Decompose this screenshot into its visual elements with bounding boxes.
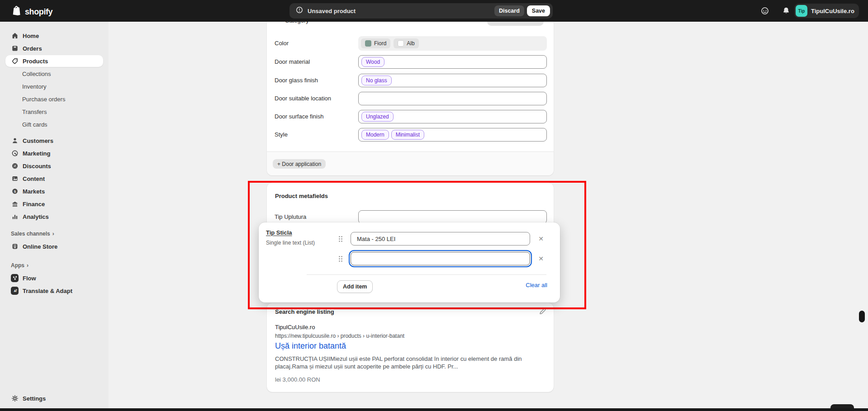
scrollbar-thumb[interactable] [859,311,865,322]
sidebar-section-apps[interactable]: Apps › [11,262,28,269]
discounts-icon [11,162,19,170]
finance-bank-icon [11,200,19,208]
sidebar-item-marketing[interactable]: Marketing [5,147,103,159]
door-suitable-location-input[interactable] [358,92,547,105]
banner-text: Unsaved product [308,8,356,14]
alert-icon [296,6,303,15]
field-label-door-material: Door material [275,55,310,69]
store-account-menu[interactable]: Tip TipulCuUsile.ro [794,4,859,18]
tag-chip[interactable]: No glass [361,76,392,85]
sidebar-item-inventory[interactable]: Inventory [5,80,103,92]
unsaved-product-banner: Unsaved product Discard Save [289,3,553,19]
color-field[interactable]: Fiord Alb [358,36,547,51]
shopify-logo-text: shopify [25,7,52,17]
assistant-chat-icon[interactable] [761,7,769,15]
orders-icon [11,45,19,52]
swatch-fiord [365,40,371,47]
clipped-top-button[interactable] [487,22,544,26]
markets-icon: $ [11,188,19,195]
sidebar-item-home[interactable]: Home [5,30,103,42]
sidebar-item-settings[interactable]: Settings [5,392,103,404]
door-material-input[interactable]: Wood [358,55,547,69]
swatch-alb [398,40,404,47]
sidebar-item-orders[interactable]: Orders [5,43,103,54]
door-surface-finish-input[interactable]: Unglazed [358,110,547,123]
search-engine-listing-card: Search engine listing TipulCuUsile.ro ht… [267,303,554,392]
sidebar-nav: Home Orders Products Collections Invento… [0,22,109,408]
add-item-button[interactable]: Add item [337,280,373,293]
top-bar: shopify Unsaved product Discard Save Tip… [0,0,868,22]
svg-text:A: A [14,289,16,293]
analytics-bars-icon [11,213,19,221]
style-input[interactable]: Modern Minimalist [358,128,547,142]
settings-gear-icon [11,395,19,402]
metafield-list-popup: Tip Sticla Single line text (List) ✕ ✕ A… [259,222,560,302]
color-chip-fiord[interactable]: Fiord [361,38,390,48]
save-button[interactable]: Save [527,5,550,16]
card-footer: + Door application [267,152,554,175]
product-attributes-card: Category Color Fiord Alb Door material W… [267,22,554,175]
tag-chip[interactable]: Minimalist [391,130,424,140]
seo-price: lei 3,000.00 RON [275,376,320,383]
sidebar-item-purchase-orders[interactable]: Purchase orders [5,93,103,105]
popup-divider [307,274,546,275]
sidebar-item-markets[interactable]: $ Markets [5,185,103,197]
add-door-application-button[interactable]: + Door application [273,159,326,169]
clear-all-link[interactable]: Clear all [526,282,547,288]
sidebar-item-flow[interactable]: Flow [5,272,103,284]
svg-text:$: $ [14,189,16,194]
marketing-icon [11,150,19,157]
tag-chip[interactable]: Modern [361,130,389,140]
field-label-door-suitable-location: Door suitable location [275,92,331,105]
sidebar-item-translate-adapt[interactable]: A Translate & Adapt [5,285,103,297]
products-tag-icon [11,57,19,65]
drag-handle-icon[interactable] [338,255,343,262]
metafield-definition-link[interactable]: Tip Sticla [266,229,292,236]
store-name: TipulCuUsile.ro [811,8,854,14]
remove-item-button-2[interactable]: ✕ [536,254,546,264]
field-label-color: Color [275,37,289,50]
sidebar-item-collections[interactable]: Collections [5,68,103,80]
seo-site-name: TipulCuUsile.ro [275,324,315,331]
online-store-icon [11,243,19,250]
seo-description: CONSTRUCȚIA UȘIIMiezul ușii este PAL per… [275,355,538,370]
chevron-right-icon: › [52,231,54,237]
sidebar-item-gift-cards[interactable]: Gift cards [5,118,103,130]
sidebar-section-sales-channels[interactable]: Sales channels › [11,231,54,237]
metafield-item-input-1[interactable] [351,232,530,246]
sidebar-item-online-store[interactable]: Online Store [5,241,103,252]
sidebar-item-customers[interactable]: Customers [5,135,103,146]
sidebar-item-finance[interactable]: Finance [5,198,103,210]
content-icon [11,175,19,183]
tag-chip[interactable]: Wood [361,57,384,67]
store-avatar: Tip [796,5,807,17]
sidebar-item-discounts[interactable]: Discounts [5,160,103,172]
sidebar-item-content[interactable]: Content [5,173,103,184]
seo-page-title-link: Ușă interior batantă [275,341,346,351]
bottom-screen-edge [0,408,868,411]
clipped-row-label: Category [285,22,348,25]
sidebar-item-analytics[interactable]: Analytics [5,211,103,222]
discard-button[interactable]: Discard [494,5,524,16]
metafield-item-input-2[interactable] [351,252,530,265]
flow-app-icon [11,274,19,282]
home-icon [11,32,19,40]
shopify-bag-icon [12,5,22,18]
field-label-style: Style [275,128,288,142]
sidebar-item-products[interactable]: Products [5,55,103,67]
notifications-bell-icon[interactable] [782,7,790,15]
metafield-type-label: Single line text (List) [266,240,315,246]
drag-handle-icon[interactable] [338,236,343,242]
field-label-door-glass-finish: Door glass finish [275,74,318,87]
tag-chip[interactable]: Unglazed [361,112,394,122]
customers-icon [11,137,19,145]
shopify-logo[interactable]: shopify [12,5,52,18]
door-glass-finish-input[interactable]: No glass [358,74,547,87]
translate-adapt-app-icon: A [11,287,19,295]
remove-item-button-1[interactable]: ✕ [536,234,546,244]
color-chip-alb[interactable]: Alb [394,38,418,48]
field-label-door-surface-finish: Door surface finish [275,110,323,123]
seo-breadcrumb-url: https://new.tipulcuusile.ro › products ›… [275,333,404,339]
sidebar-item-transfers[interactable]: Transfers [5,106,103,118]
chevron-right-icon: › [27,262,28,269]
